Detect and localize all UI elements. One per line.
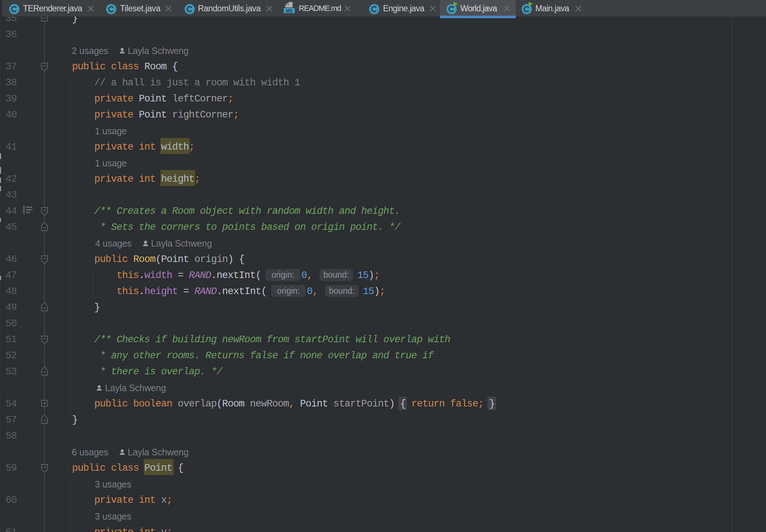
svg-text:MD: MD	[286, 8, 293, 14]
